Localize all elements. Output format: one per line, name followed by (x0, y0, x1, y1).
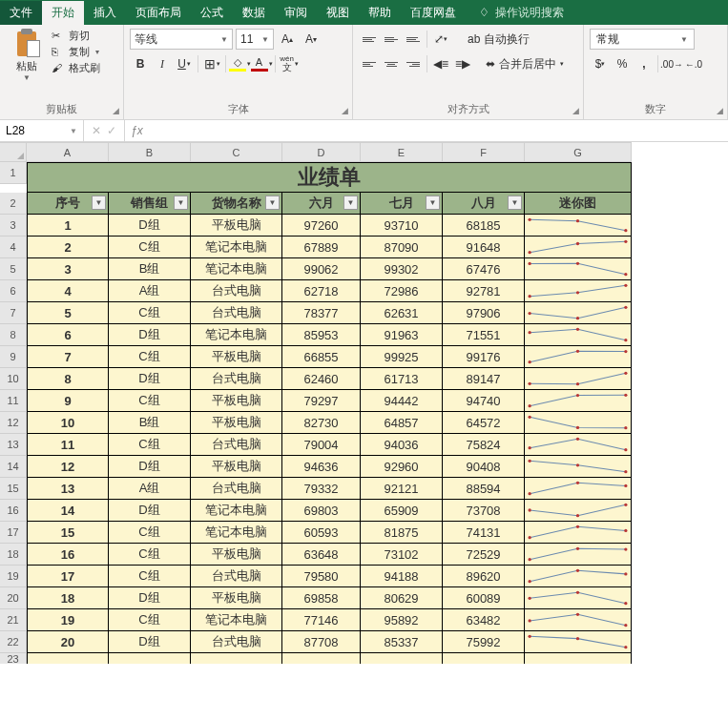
tab-公式[interactable]: 公式 (191, 1, 233, 25)
cell[interactable]: D组 (109, 368, 191, 390)
cell[interactable]: 15 (27, 522, 109, 544)
cell[interactable]: 平板电脑 (191, 412, 282, 434)
cell[interactable]: 4 (27, 280, 109, 302)
filter-button[interactable]: ▼ (426, 195, 440, 210)
cell[interactable]: 80629 (361, 587, 443, 609)
row-header[interactable]: 1 (0, 162, 27, 184)
cell[interactable]: C组 (109, 544, 191, 566)
worksheet[interactable]: ABCDEFG 1业绩单2序号▼销售组▼货物名称▼六月▼七月▼八月▼迷你图31D… (0, 142, 728, 664)
row-header[interactable]: 8 (0, 324, 27, 346)
cell[interactable]: 75824 (443, 434, 525, 456)
col-header-B[interactable]: B (109, 142, 191, 162)
cell[interactable]: 67889 (282, 237, 361, 258)
row-header[interactable]: 17 (0, 522, 27, 544)
cell[interactable]: 台式电脑 (191, 434, 282, 456)
tab-插入[interactable]: 插入 (84, 1, 126, 25)
cell[interactable]: 1 (27, 215, 109, 237)
filter-button[interactable]: ▼ (508, 195, 522, 210)
cell[interactable]: 61713 (361, 368, 443, 390)
cell[interactable]: 63648 (282, 544, 361, 566)
cell[interactable]: 平板电脑 (191, 587, 282, 609)
align-center-button[interactable] (381, 53, 402, 74)
cell[interactable]: 62718 (282, 280, 361, 302)
cell[interactable]: C组 (109, 566, 191, 587)
cell[interactable]: 13 (27, 478, 109, 500)
name-box[interactable]: ▼ (0, 120, 84, 141)
cell[interactable]: 72529 (443, 544, 525, 566)
sparkline-cell[interactable] (525, 390, 632, 412)
cell[interactable]: 平板电脑 (191, 215, 282, 237)
table-header[interactable]: 序号▼ (27, 193, 109, 215)
row-header[interactable]: 14 (0, 456, 27, 478)
cell[interactable]: A组 (109, 280, 191, 302)
cell[interactable]: 笔记本电脑 (191, 237, 282, 258)
sparkline-cell[interactable] (525, 324, 632, 346)
row-header[interactable]: 20 (0, 587, 27, 609)
cell[interactable]: 82730 (282, 412, 361, 434)
font-size-select[interactable]: 11▼ (236, 29, 274, 50)
cell[interactable]: 5 (27, 302, 109, 324)
cell[interactable]: C组 (109, 390, 191, 412)
row-header[interactable]: 21 (0, 609, 27, 631)
cell[interactable]: D组 (109, 500, 191, 522)
sparkline-cell[interactable] (525, 368, 632, 390)
cell[interactable]: 92781 (443, 280, 525, 302)
cell[interactable]: 20 (27, 631, 109, 653)
cell[interactable]: 65909 (361, 500, 443, 522)
cell[interactable]: 73708 (443, 500, 525, 522)
cell[interactable]: 7 (27, 346, 109, 368)
col-header-C[interactable]: C (191, 142, 282, 162)
fx-icon[interactable]: ƒx (125, 120, 149, 141)
cell[interactable]: 12 (27, 456, 109, 478)
cell[interactable]: 63482 (443, 609, 525, 631)
cell[interactable]: 89147 (443, 368, 525, 390)
phonetic-button[interactable]: wén文▾ (279, 53, 300, 74)
sparkline-cell[interactable] (525, 346, 632, 368)
cell[interactable]: B组 (109, 412, 191, 434)
cell[interactable]: 97260 (282, 215, 361, 237)
cell[interactable]: 16 (27, 544, 109, 566)
cell[interactable]: 平板电脑 (191, 390, 282, 412)
align-left-button[interactable] (359, 53, 380, 74)
row-header[interactable]: 10 (0, 368, 27, 390)
cell[interactable] (282, 653, 361, 664)
cell[interactable]: C组 (109, 522, 191, 544)
cell[interactable]: 72986 (361, 280, 443, 302)
cell[interactable]: 99302 (361, 258, 443, 280)
cell[interactable]: B组 (109, 258, 191, 280)
cell[interactable]: 平板电脑 (191, 346, 282, 368)
cell[interactable]: 6 (27, 324, 109, 346)
table-header[interactable]: 迷你图 (525, 193, 632, 215)
cell[interactable]: D组 (109, 324, 191, 346)
cell[interactable]: C组 (109, 302, 191, 324)
orientation-button[interactable]: ⤢▾ (430, 29, 451, 50)
cell[interactable]: 18 (27, 587, 109, 609)
cancel-icon[interactable]: ✕ (92, 124, 101, 137)
cell[interactable]: 台式电脑 (191, 280, 282, 302)
col-header-F[interactable]: F (443, 142, 525, 162)
filter-button[interactable]: ▼ (174, 195, 188, 210)
cell[interactable]: 笔记本电脑 (191, 324, 282, 346)
cell[interactable]: 8 (27, 368, 109, 390)
cell[interactable]: 17 (27, 566, 109, 587)
align-top-button[interactable] (359, 29, 380, 50)
sparkline-cell[interactable] (525, 609, 632, 631)
cut-button[interactable]: 剪切 (52, 29, 100, 43)
sparkline-cell[interactable] (525, 587, 632, 609)
cell[interactable]: 91963 (361, 324, 443, 346)
sparkline-cell[interactable] (525, 302, 632, 324)
row-header[interactable]: 11 (0, 390, 27, 412)
cell[interactable]: 19 (27, 609, 109, 631)
table-header[interactable]: 货物名称▼ (191, 193, 282, 215)
row-header[interactable]: 12 (0, 412, 27, 434)
tab-帮助[interactable]: 帮助 (359, 1, 401, 25)
cell[interactable]: C组 (109, 434, 191, 456)
cell[interactable]: 笔记本电脑 (191, 500, 282, 522)
shrink-font-button[interactable]: A▾ (301, 29, 322, 50)
cell[interactable]: D组 (109, 456, 191, 478)
cell[interactable]: 平板电脑 (191, 456, 282, 478)
select-all-corner[interactable] (0, 142, 27, 162)
row-header[interactable]: 18 (0, 544, 27, 566)
cell[interactable]: D组 (109, 587, 191, 609)
cell[interactable]: 94740 (443, 390, 525, 412)
